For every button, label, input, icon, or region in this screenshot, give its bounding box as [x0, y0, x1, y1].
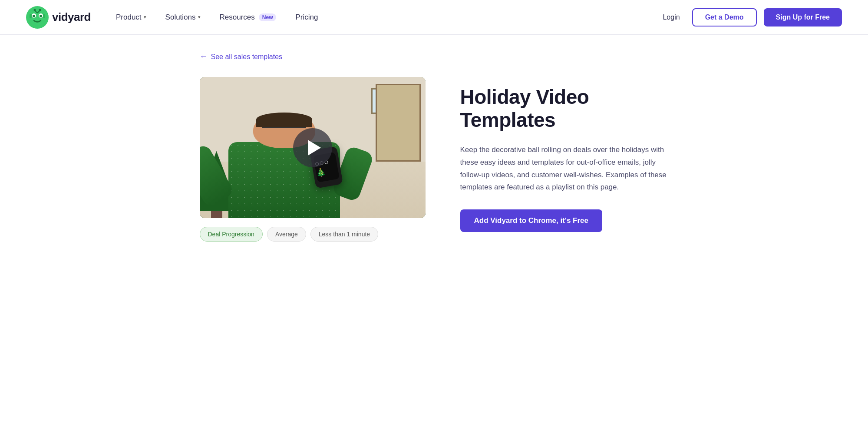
breadcrumb: ← See all sales templates [200, 52, 669, 61]
nav-item-pricing[interactable]: Pricing [287, 10, 326, 25]
tag-duration: Less than 1 minute [310, 227, 378, 242]
logo-text: vidyard [52, 10, 91, 24]
tag-average: Average [267, 227, 306, 242]
video-container: ○○○ 🎄 [200, 77, 426, 218]
chevron-down-icon: ▾ [198, 14, 201, 20]
play-button[interactable] [293, 128, 332, 167]
nav-item-solutions[interactable]: Solutions ▾ [158, 10, 208, 25]
svg-point-7 [34, 9, 36, 11]
chevron-down-icon: ▾ [144, 14, 146, 20]
login-button[interactable]: Login [657, 10, 685, 25]
video-tags: Deal Progression Average Less than 1 min… [200, 227, 426, 242]
svg-rect-10 [43, 14, 45, 18]
page-title: Holiday Video Templates [460, 86, 669, 132]
bulletin-board [376, 84, 421, 162]
svg-rect-9 [30, 14, 32, 18]
main-content: ← See all sales templates [174, 35, 695, 268]
nav-item-resources[interactable]: Resources New [212, 10, 284, 25]
nav-links: Product ▾ Solutions ▾ Resources New Pric… [108, 10, 657, 25]
svg-point-8 [39, 9, 41, 11]
hair [256, 113, 312, 127]
glasses [262, 127, 306, 132]
content-grid: ○○○ 🎄 Deal Progression Average Less than [200, 77, 669, 242]
signup-button[interactable]: Sign Up for Free [764, 8, 842, 27]
video-section: ○○○ 🎄 Deal Progression Average Less than [200, 77, 426, 242]
vidyard-logo-icon [26, 6, 49, 29]
right-content: Holiday Video Templates Keep the decorat… [460, 77, 669, 232]
page-description: Keep the decorative ball rolling on deal… [460, 144, 669, 194]
svg-point-4 [40, 15, 42, 17]
svg-point-3 [33, 15, 35, 17]
play-triangle-icon [308, 140, 321, 156]
navigation: vidyard Product ▾ Solutions ▾ Resources … [0, 0, 868, 35]
tag-deal-progression: Deal Progression [200, 227, 263, 242]
nav-actions: Login Get a Demo Sign Up for Free [657, 8, 842, 27]
back-arrow-icon: ← [200, 52, 208, 61]
get-demo-button[interactable]: Get a Demo [692, 8, 757, 27]
new-badge: New [259, 13, 277, 21]
breadcrumb-link[interactable]: See all sales templates [211, 53, 283, 61]
logo-link[interactable]: vidyard [26, 6, 91, 29]
svg-point-0 [26, 6, 49, 29]
nav-item-product[interactable]: Product ▾ [108, 10, 154, 25]
cta-button[interactable]: Add Vidyard to Chrome, it's Free [460, 209, 603, 232]
video-thumbnail: ○○○ 🎄 [200, 77, 426, 218]
